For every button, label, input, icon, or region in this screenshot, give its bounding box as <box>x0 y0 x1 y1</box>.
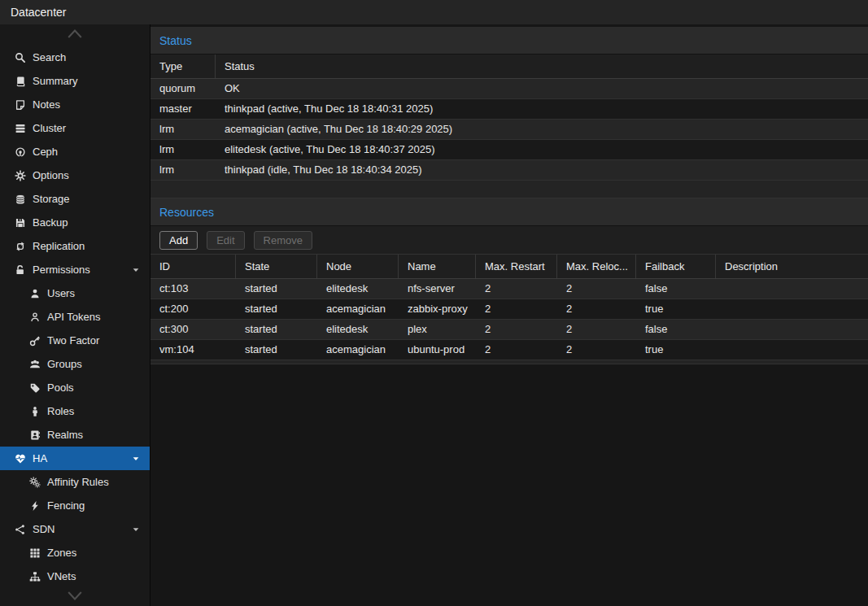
column-header-name[interactable]: Name <box>399 255 476 278</box>
table-cell: zabbix-proxy <box>399 299 476 319</box>
caret-down-icon[interactable] <box>132 266 140 274</box>
note-icon <box>12 99 28 111</box>
heartbeat-icon <box>12 453 28 464</box>
status-table: TypeStatusquorumOKmasterthinkpad (active… <box>150 54 868 181</box>
user-outline-icon <box>27 312 42 323</box>
sidebar-item-options[interactable]: Options <box>0 163 150 187</box>
sidebar-item-label: Groups <box>47 358 82 370</box>
table-cell: lrm <box>150 120 216 139</box>
sidebar-item-permissions[interactable]: Permissions <box>0 258 150 281</box>
column-header-max-restart[interactable]: Max. Restart <box>476 255 557 278</box>
table-cell: acemagician (active, Thu Dec 18 18:40:29… <box>216 120 868 139</box>
resources-panel-title: Resources <box>150 198 868 226</box>
ceph-icon <box>12 146 28 158</box>
table-cell: 2 <box>557 340 636 360</box>
sidebar-item-label: Replication <box>33 240 85 252</box>
sidebar-item-label: Ceph <box>33 146 58 158</box>
sidebar-item-vnets[interactable]: VNets <box>0 565 150 588</box>
table-cell: started <box>236 279 317 299</box>
sidebar-item-pools[interactable]: Pools <box>0 376 150 399</box>
sidebar-item-backup[interactable]: Backup <box>0 211 150 234</box>
sidebar-item-fencing[interactable]: Fencing <box>0 494 150 517</box>
chevron-down-icon <box>65 591 85 604</box>
sidebar-item-groups[interactable]: Groups <box>0 352 150 376</box>
table-row[interactable]: ct:300startedelitedeskplex22false <box>150 320 868 340</box>
gear-icon <box>12 170 28 181</box>
sidebar-item-cluster[interactable]: Cluster <box>0 116 150 140</box>
sidebar-item-roles[interactable]: Roles <box>0 399 150 423</box>
table-row[interactable]: ct:200startedacemagicianzabbix-proxy22tr… <box>150 299 868 320</box>
column-header-state[interactable]: State <box>236 255 317 278</box>
table-cell: 2 <box>476 340 557 360</box>
book-icon <box>12 76 28 87</box>
table-cell: 2 <box>557 320 636 339</box>
table-cell: master <box>150 99 216 119</box>
database-icon <box>12 194 28 205</box>
column-header-max-reloc[interactable]: Max. Reloc... <box>557 255 636 278</box>
column-header-type[interactable]: Type <box>150 54 216 78</box>
sidebar-item-ceph[interactable]: Ceph <box>0 140 150 163</box>
table-cell <box>716 320 868 339</box>
table-row[interactable]: lrmthinkpad (idle, Thu Dec 18 18:40:34 2… <box>150 160 868 181</box>
table-cell <box>716 279 868 299</box>
sidebar-item-zones[interactable]: Zones <box>0 541 150 565</box>
table-cell <box>716 299 868 319</box>
remove-button[interactable]: Remove <box>254 231 312 250</box>
sidebar-item-affinity-rules[interactable]: Affinity Rules <box>0 470 150 494</box>
table-cell: ubuntu-prod <box>399 340 476 360</box>
caret-down-icon[interactable] <box>132 455 140 463</box>
table-cell: 2 <box>476 320 557 339</box>
table-row[interactable]: quorumOK <box>150 79 868 99</box>
table-row[interactable]: vm:104startedacemagicianubuntu-prod22tru… <box>150 340 868 360</box>
column-header-status[interactable]: Status <box>216 54 868 78</box>
edit-button[interactable]: Edit <box>207 231 244 250</box>
sidebar-item-label: Cluster <box>33 122 66 134</box>
table-cell: started <box>236 320 317 339</box>
sidebar-item-label: SDN <box>33 523 55 535</box>
sidebar-item-label: VNets <box>47 570 76 582</box>
tag-icon <box>27 382 42 394</box>
sdn-icon <box>12 524 28 535</box>
sidebar-item-storage[interactable]: Storage <box>0 187 150 211</box>
content-background <box>150 364 868 606</box>
sidebar-item-summary[interactable]: Summary <box>0 69 150 93</box>
column-header-failback[interactable]: Failback <box>636 255 716 278</box>
sidebar-item-users[interactable]: Users <box>0 281 150 305</box>
scroll-up-button[interactable] <box>0 24 150 46</box>
sidebar-item-sdn[interactable]: SDN <box>0 517 150 541</box>
status-panel-title: Status <box>150 27 868 54</box>
sidebar-item-label: Permissions <box>33 264 90 276</box>
table-cell: 2 <box>557 299 636 319</box>
table-row[interactable]: lrmacemagician (active, Thu Dec 18 18:40… <box>150 120 868 140</box>
resources-panel: Resources AddEditRemove IDStateNodeNameM… <box>150 198 868 364</box>
sidebar-item-label: Realms <box>47 429 83 441</box>
caret-down-icon[interactable] <box>132 525 140 534</box>
sidebar-item-notes[interactable]: Notes <box>0 93 150 116</box>
table-row[interactable]: masterthinkpad (active, Thu Dec 18 18:40… <box>150 99 868 120</box>
main-layout: SearchSummaryNotesClusterCephOptionsStor… <box>0 24 868 606</box>
sidebar-menu: SearchSummaryNotesClusterCephOptionsStor… <box>0 46 150 588</box>
column-header-id[interactable]: ID <box>150 255 236 278</box>
table-cell: elitedesk (active, Thu Dec 18 18:40:37 2… <box>216 140 868 159</box>
table-cell: lrm <box>150 140 216 159</box>
scroll-down-button[interactable] <box>0 588 150 606</box>
sidebar-item-ha[interactable]: HA <box>0 447 150 470</box>
table-row[interactable]: lrmelitedesk (active, Thu Dec 18 18:40:3… <box>150 140 868 160</box>
sidebar-item-replication[interactable]: Replication <box>0 234 150 258</box>
table-cell: 2 <box>476 299 557 319</box>
table-cell: plex <box>399 320 476 339</box>
sidebar-item-realms[interactable]: Realms <box>0 423 150 447</box>
add-button[interactable]: Add <box>159 231 198 250</box>
table-header-row: IDStateNodeNameMax. RestartMax. Reloc...… <box>150 255 868 279</box>
sidebar: SearchSummaryNotesClusterCephOptionsStor… <box>0 24 150 606</box>
sidebar-item-label: HA <box>33 452 47 464</box>
column-header-description[interactable]: Description <box>716 255 868 278</box>
sidebar-item-api-tokens[interactable]: API Tokens <box>0 305 150 329</box>
table-header-row: TypeStatus <box>150 54 868 79</box>
sidebar-item-search[interactable]: Search <box>0 46 150 69</box>
table-row[interactable]: ct:103startedelitedesknfs-server22false <box>150 279 868 299</box>
sidebar-item-label: Notes <box>33 98 60 111</box>
table-cell: elitedesk <box>317 279 399 299</box>
sidebar-item-two-factor[interactable]: Two Factor <box>0 329 150 352</box>
column-header-node[interactable]: Node <box>317 255 399 278</box>
